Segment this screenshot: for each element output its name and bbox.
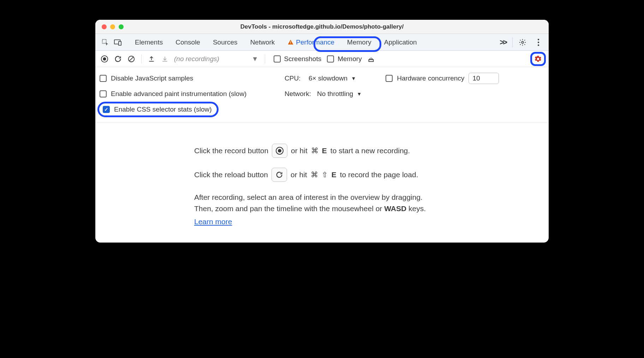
tab-memory[interactable]: Memory	[342, 36, 376, 48]
recordings-dropdown[interactable]: (no recordings) ▼	[174, 55, 261, 63]
upload-icon[interactable]	[145, 53, 158, 65]
capture-settings-icon[interactable]	[534, 55, 542, 63]
tab-console[interactable]: Console	[171, 36, 205, 48]
toolbar-right	[530, 52, 546, 66]
cpu-throttle-value: 6× slowdown	[309, 74, 347, 82]
devtools-window: DevTools - microsoftedge.github.io/Demos…	[95, 20, 549, 243]
css-stats-label: Enable CSS selector stats (slow)	[114, 106, 212, 113]
tab-performance-label: Performance	[296, 38, 334, 46]
titlebar: DevTools - microsoftedge.github.io/Demos…	[95, 20, 549, 34]
e-key: E	[322, 145, 327, 156]
capture-settings-highlight	[530, 52, 546, 66]
tab-application[interactable]: Application	[379, 36, 422, 48]
tab-network[interactable]: Network	[245, 36, 280, 48]
traffic-lights	[95, 24, 124, 29]
memory-label: Memory	[338, 55, 362, 63]
minimize-window-button[interactable]	[110, 24, 115, 29]
chevron-down-icon: ▼	[357, 91, 362, 97]
help-text: Click the record button	[194, 145, 268, 156]
device-toolbar-icon[interactable]	[112, 36, 124, 49]
wasd-keys: WASD	[384, 204, 406, 213]
reload-button-chip	[272, 168, 287, 182]
hw-concurrency-input[interactable]	[469, 73, 499, 84]
svg-point-10	[103, 57, 106, 60]
shift-key-icon: ⇧	[322, 169, 328, 180]
disable-js-toggle[interactable]: Disable JavaScript samples	[100, 74, 276, 82]
help-text: After recording, select an area of inter…	[194, 192, 470, 203]
performance-toolbar: (no recordings) ▼ Screenshots Memory	[95, 51, 549, 67]
disable-js-label: Disable JavaScript samples	[111, 74, 193, 82]
cpu-label: CPU:	[285, 74, 304, 82]
hw-concurrency-checkbox[interactable]	[386, 75, 393, 82]
disable-js-checkbox[interactable]	[100, 75, 107, 82]
window-title: DevTools - microsoftedge.github.io/Demos…	[95, 23, 549, 30]
reload-button[interactable]	[112, 53, 124, 65]
screenshots-toggle[interactable]: Screenshots	[274, 55, 322, 63]
network-throttle-dropdown[interactable]: No throttling ▼	[317, 90, 362, 98]
help-line-reload: Click the reload button or hit ⌘ ⇧ E to …	[194, 168, 470, 182]
network-label: Network:	[285, 90, 313, 98]
svg-rect-2	[119, 41, 121, 45]
settings-icon[interactable]	[516, 36, 529, 49]
help-text: to start a new recording.	[330, 145, 410, 156]
hw-concurrency-group: Hardware concurrency	[386, 73, 499, 84]
help-text: or hit	[291, 169, 307, 180]
cmd-key-icon: ⌘	[311, 145, 318, 156]
learn-more-link[interactable]: Learn more	[194, 216, 232, 227]
network-throttle-value: No throttling	[317, 90, 353, 98]
help-text: Click the reload button	[194, 169, 268, 180]
maximize-window-button[interactable]	[119, 24, 124, 29]
cpu-throttle-group: CPU: 6× slowdown ▼	[285, 74, 356, 82]
screenshots-checkbox[interactable]	[274, 55, 281, 62]
warning-icon	[287, 39, 294, 46]
tab-performance[interactable]: Performance	[282, 36, 339, 48]
close-window-button[interactable]	[102, 24, 107, 29]
css-stats-checkbox[interactable]	[103, 106, 110, 113]
help-paragraph: After recording, select an area of inter…	[194, 192, 470, 227]
inspect-element-icon[interactable]	[99, 36, 112, 49]
chevron-down-icon: ▼	[252, 55, 258, 63]
tabs-right: >>	[497, 36, 545, 49]
tab-elements[interactable]: Elements	[130, 36, 168, 48]
help-text: Then, zoom and pan the timeline with the…	[194, 204, 384, 213]
more-tabs-icon[interactable]: >>	[497, 38, 509, 47]
help-text: to record the page load.	[340, 169, 418, 180]
hw-concurrency-label: Hardware concurrency	[397, 74, 464, 82]
separator	[265, 54, 265, 64]
svg-point-7	[538, 41, 539, 43]
garbage-collect-icon[interactable]	[365, 53, 377, 65]
tabs: Elements Console Sources Network Perform…	[130, 36, 422, 48]
help-block: Click the record button or hit ⌘ E to st…	[194, 144, 470, 227]
record-button[interactable]	[98, 53, 111, 65]
tabs-row: Elements Console Sources Network Perform…	[95, 34, 549, 51]
paint-instr-toggle[interactable]: Enable advanced paint instrumentation (s…	[100, 90, 276, 98]
clear-button[interactable]	[125, 53, 138, 65]
network-throttle-group: Network: No throttling ▼	[285, 90, 362, 98]
css-stats-highlight: Enable CSS selector stats (slow)	[97, 102, 219, 117]
download-icon[interactable]	[159, 53, 171, 65]
capture-settings-panel: Disable JavaScript samples CPU: 6× slowd…	[95, 67, 549, 123]
memory-toggle[interactable]: Memory	[327, 55, 362, 63]
svg-rect-3	[291, 41, 291, 43]
chevron-down-icon: ▼	[351, 76, 356, 81]
help-line-record: Click the record button or hit ⌘ E to st…	[194, 144, 470, 158]
screenshots-label: Screenshots	[284, 55, 322, 63]
svg-line-12	[129, 56, 134, 61]
recordings-placeholder: (no recordings)	[174, 55, 219, 63]
cpu-throttle-dropdown[interactable]: 6× slowdown ▼	[309, 74, 356, 82]
paint-instr-label: Enable advanced paint instrumentation (s…	[111, 90, 246, 98]
kebab-menu-icon[interactable]	[532, 36, 545, 49]
svg-point-15	[278, 149, 281, 153]
tab-sources[interactable]: Sources	[208, 36, 243, 48]
record-button-chip	[272, 144, 287, 158]
svg-rect-13	[369, 59, 373, 61]
paint-instr-checkbox[interactable]	[100, 90, 107, 97]
memory-checkbox[interactable]	[327, 55, 334, 62]
svg-rect-4	[291, 43, 291, 44]
svg-point-6	[538, 38, 539, 40]
help-text: keys.	[406, 204, 426, 213]
svg-point-8	[538, 44, 539, 46]
cmd-key-icon: ⌘	[311, 169, 318, 180]
e-key: E	[332, 169, 336, 180]
separator	[512, 37, 513, 47]
